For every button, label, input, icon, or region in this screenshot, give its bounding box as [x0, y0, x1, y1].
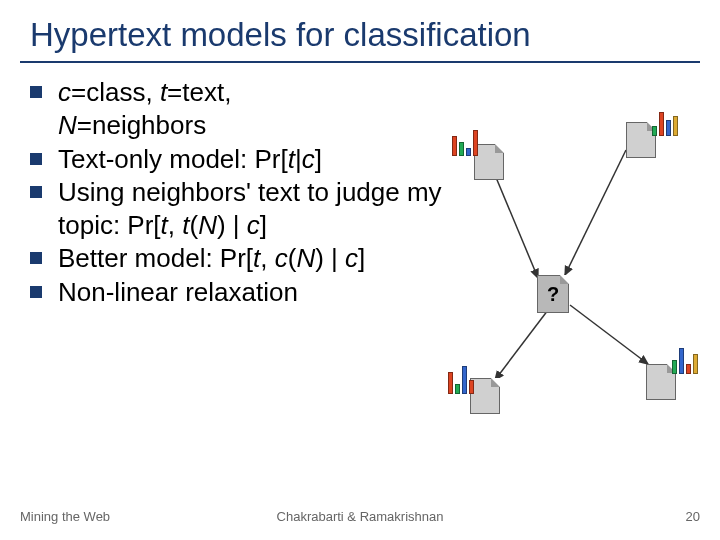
- list-item: Using neighbors' text to judge my topic:…: [30, 176, 450, 243]
- doc-node: [470, 378, 500, 414]
- graph-diagram: ?: [430, 120, 700, 420]
- list-item: Better model: Pr[t, c(N) | c]: [30, 242, 450, 275]
- svg-line-2: [495, 310, 548, 380]
- page-number: 20: [686, 509, 700, 524]
- center-node: ?: [537, 275, 569, 313]
- bars-icon: [672, 348, 698, 374]
- svg-line-1: [565, 150, 626, 275]
- svg-line-0: [495, 175, 538, 278]
- bars-icon: [452, 130, 478, 156]
- title-rule: [20, 61, 700, 63]
- list-item: c=class, t=text,N=neighbors: [30, 76, 450, 143]
- slide-title: Hypertext models for classification: [30, 16, 700, 54]
- list-item: Non-linear relaxation: [30, 276, 450, 309]
- bars-icon: [652, 112, 678, 136]
- bars-icon: [448, 366, 474, 394]
- footer-center: Chakrabarti & Ramakrishnan: [0, 509, 720, 524]
- doc-node: [474, 144, 504, 180]
- bullet-list: c=class, t=text,N=neighbors Text-only mo…: [30, 76, 450, 309]
- svg-line-3: [570, 305, 648, 364]
- list-item: Text-only model: Pr[t|c]: [30, 143, 450, 176]
